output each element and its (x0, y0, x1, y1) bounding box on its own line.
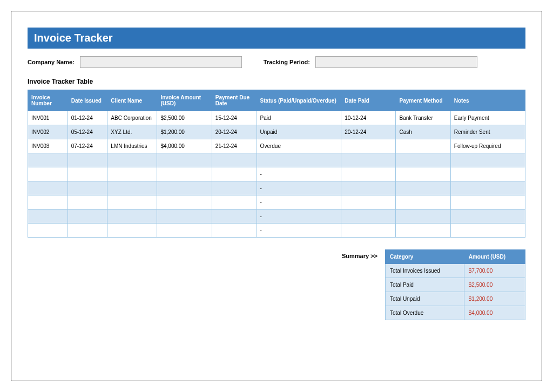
col-invoice-number: Invoice Number (28, 90, 68, 111)
table-row: - (28, 195, 525, 209)
cell-invoice-amount: $4,000.00 (157, 139, 212, 153)
invoice-table: Invoice Number Date Issued Client Name I… (28, 90, 525, 238)
cell-invoice-amount (157, 195, 212, 209)
cell-invoice-number (28, 181, 68, 195)
cell-payment-method (396, 181, 450, 195)
cell-invoice-amount (157, 153, 212, 167)
cell-payment-due: 15-12-24 (212, 111, 257, 125)
col-date-paid: Date Paid (341, 90, 396, 111)
tracking-period-input[interactable] (315, 56, 477, 68)
cell-status: Overdue (257, 139, 341, 153)
cell-invoice-number (28, 224, 68, 238)
cell-payment-due: 21-12-24 (212, 139, 257, 153)
company-name-input[interactable] (80, 56, 242, 68)
cell-status (257, 153, 341, 167)
col-date-issued: Date Issued (68, 90, 107, 111)
cell-date-issued: 05-12-24 (68, 125, 107, 139)
col-invoice-amount: Invoice Amount (USD) (157, 90, 212, 111)
cell-date-issued: 07-12-24 (68, 139, 107, 153)
col-client-name: Client Name (107, 90, 157, 111)
cell-payment-method (396, 195, 450, 209)
cell-invoice-number (28, 167, 68, 181)
document-frame: Invoice Tracker Company Name: Tracking P… (11, 11, 542, 381)
cell-date-paid (341, 181, 396, 195)
tracking-period-field: Tracking Period: (264, 56, 477, 68)
cell-date-issued (68, 167, 107, 181)
cell-notes (450, 195, 525, 209)
cell-date-paid: 20-12-24 (341, 125, 396, 139)
col-status: Status (Paid/Unpaid/Overdue) (257, 90, 341, 111)
cell-status: - (257, 195, 341, 209)
cell-invoice-number: INV002 (28, 125, 68, 139)
cell-date-paid (341, 139, 396, 153)
cell-client-name (107, 209, 157, 224)
cell-invoice-amount (157, 209, 212, 224)
cell-notes (450, 181, 525, 195)
table-row: - (28, 181, 525, 195)
cell-date-paid (341, 224, 396, 238)
cell-client-name: XYZ Ltd. (107, 125, 157, 139)
summary-category: Total Paid (386, 278, 464, 292)
summary-table: Category Amount (USD) Total Invoices Iss… (385, 249, 525, 320)
cell-status: - (257, 181, 341, 195)
summary-amount: $4,000.00 (464, 306, 525, 320)
cell-date-paid (341, 153, 396, 167)
cell-notes: Reminder Sent (450, 125, 525, 139)
cell-notes: Early Payment (450, 111, 525, 125)
cell-notes (450, 167, 525, 181)
col-payment-method: Payment Method (396, 90, 450, 111)
table-row: - (28, 167, 525, 181)
cell-invoice-number (28, 209, 68, 224)
cell-notes (450, 224, 525, 238)
cell-status: - (257, 209, 341, 224)
cell-client-name (107, 167, 157, 181)
table-heading: Invoice Tracker Table (28, 78, 525, 85)
cell-client-name: LMN Industries (107, 139, 157, 153)
cell-date-issued: 01-12-24 (68, 111, 107, 125)
cell-notes (450, 153, 525, 167)
summary-category: Total Invoices Issued (386, 264, 464, 278)
cell-status: Paid (257, 111, 341, 125)
cell-payment-due (212, 153, 257, 167)
cell-payment-method (396, 209, 450, 224)
table-row: INV00101-12-24ABC Corporation$2,500.0015… (28, 111, 525, 125)
summary-amount: $1,200.00 (464, 292, 525, 306)
cell-payment-method (396, 224, 450, 238)
cell-invoice-number (28, 195, 68, 209)
table-row: INV00307-12-24LMN Industries$4,000.0021-… (28, 139, 525, 153)
cell-client-name (107, 195, 157, 209)
summary-header-row: Category Amount (USD) (386, 250, 525, 264)
table-row: - (28, 224, 525, 238)
table-row (28, 153, 525, 167)
cell-invoice-amount: $2,500.00 (157, 111, 212, 125)
meta-row: Company Name: Tracking Period: (28, 56, 525, 68)
summary-col-amount: Amount (USD) (464, 250, 525, 264)
cell-payment-due (212, 181, 257, 195)
summary-category: Total Unpaid (386, 292, 464, 306)
cell-payment-method (396, 153, 450, 167)
company-name-field: Company Name: (28, 56, 242, 68)
cell-status: - (257, 224, 341, 238)
summary-amount: $2,500.00 (464, 278, 525, 292)
cell-invoice-amount: $1,200.00 (157, 125, 212, 139)
col-notes: Notes (450, 90, 525, 111)
cell-client-name (107, 181, 157, 195)
cell-payment-due: 20-12-24 (212, 125, 257, 139)
company-name-label: Company Name: (28, 59, 75, 65)
cell-invoice-amount (157, 167, 212, 181)
table-row: INV00205-12-24XYZ Ltd.$1,200.0020-12-24U… (28, 125, 525, 139)
cell-date-issued (68, 224, 107, 238)
cell-status: Unpaid (257, 125, 341, 139)
cell-date-paid: 10-12-24 (341, 111, 396, 125)
cell-status: - (257, 167, 341, 181)
cell-date-issued (68, 209, 107, 224)
cell-client-name (107, 224, 157, 238)
cell-date-paid (341, 209, 396, 224)
cell-payment-method: Bank Transfer (396, 111, 450, 125)
cell-invoice-number: INV003 (28, 139, 68, 153)
cell-payment-method: Cash (396, 125, 450, 139)
cell-date-issued (68, 153, 107, 167)
cell-notes (450, 209, 525, 224)
summary-row: Total Paid$2,500.00 (386, 278, 525, 292)
tracking-period-label: Tracking Period: (264, 59, 310, 65)
